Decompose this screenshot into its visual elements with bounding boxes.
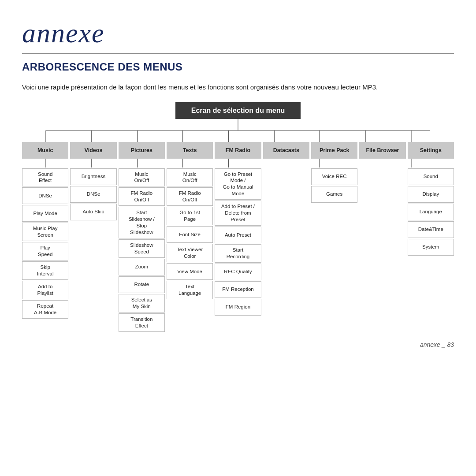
sub-item-music-2: Play Mode xyxy=(22,205,68,222)
sub-col-primepack: Voice RECGames xyxy=(311,168,357,333)
sub-item-primepack-5 xyxy=(311,257,357,273)
sub-item-videos-1: DNSe xyxy=(70,186,116,203)
sub-item-videos-6 xyxy=(70,274,116,291)
sub-item-fmradio-2: Auto Preset xyxy=(215,227,261,243)
level1-cell-pictures: Pictures xyxy=(119,142,165,159)
sub-item-datacasts-1 xyxy=(263,186,309,203)
sub-item-fmradio-5: FM Reception xyxy=(215,281,261,298)
sub-col-videos: BrightnessDNSeAuto Skip xyxy=(70,168,116,333)
sub-item-datacasts-3 xyxy=(263,221,309,238)
sub-item-pictures-3: Slideshow Speed xyxy=(119,239,165,258)
sub-col-settings: SoundDisplayLanguageDate&TimeSystem xyxy=(408,168,454,333)
sub-item-primepack-0: Voice REC xyxy=(311,168,357,185)
description: Voici une rapide présentation de la faço… xyxy=(22,82,454,93)
sub-item-texts-7 xyxy=(167,300,213,317)
sub-item-settings-4: System xyxy=(408,239,454,256)
sub-item-settings-5 xyxy=(408,257,454,273)
sub-col-fmradio: Go to Preset Mode / Go to Manual ModeAdd… xyxy=(215,168,261,333)
sub-item-datacasts-0 xyxy=(263,168,309,185)
sub-item-texts-4: Text Viewer Color xyxy=(167,244,213,262)
sub-item-datacasts-5 xyxy=(263,257,309,273)
root-connector-svg xyxy=(22,119,454,142)
sub-item-fmradio-6: FM Region xyxy=(215,299,261,316)
sub-item-pictures-1: FM Radio On/Off xyxy=(119,187,165,206)
sub-item-filebrowser-7 xyxy=(359,292,405,309)
level1-cell-settings: Settings xyxy=(408,142,454,159)
sub-item-music-5: Skip Interval xyxy=(22,261,68,280)
footer-note: annexe _ 83 xyxy=(22,341,454,348)
sub-item-settings-3: Date&Time xyxy=(408,221,454,238)
sub-item-primepack-2 xyxy=(311,204,357,220)
level1-cell-fmradio: FM Radio xyxy=(215,142,261,159)
menu-tree: Ecran de sélection du menu MusicVideosPi… xyxy=(22,102,454,333)
sub-item-music-4: Play Speed xyxy=(22,242,68,260)
sub-item-filebrowser-0 xyxy=(359,168,405,185)
level1-connector-svg xyxy=(22,159,454,167)
sub-item-videos-4 xyxy=(70,239,116,256)
root-box: Ecran de sélection du menu xyxy=(175,102,301,119)
sub-item-primepack-4 xyxy=(311,239,357,256)
sub-item-primepack-3 xyxy=(311,221,357,238)
sub-item-texts-6: Text Language xyxy=(167,281,213,299)
sub-item-datacasts-4 xyxy=(263,239,309,256)
sub-item-settings-2: Language xyxy=(408,204,454,220)
level1-cell-videos: Videos xyxy=(70,142,116,159)
sub-col-datacasts xyxy=(263,168,309,333)
level1-row: MusicVideosPicturesTextsFM RadioDatacast… xyxy=(22,142,454,159)
sub-item-texts-5: View Mode xyxy=(167,263,213,280)
sub-item-filebrowser-5 xyxy=(359,257,405,273)
sub-item-filebrowser-4 xyxy=(359,239,405,256)
sub-item-fmradio-3: Start Recording xyxy=(215,244,261,263)
sub-item-filebrowser-2 xyxy=(359,204,405,220)
sub-item-texts-2: Go to 1st Page xyxy=(167,207,213,225)
sub-item-primepack-6 xyxy=(311,274,357,291)
sub-item-music-0: Sound Effect xyxy=(22,168,68,187)
sub-item-settings-1: Display xyxy=(408,186,454,203)
level1-cell-texts: Texts xyxy=(167,142,213,159)
sub-item-videos-2: Auto Skip xyxy=(70,204,116,220)
sub-items-row: Sound EffectDNSePlay ModeMusic Play Scre… xyxy=(22,168,454,333)
sub-item-pictures-7: Transition Effect xyxy=(119,313,165,332)
sub-col-texts: Music On/OffFM Radio On/OffGo to 1st Pag… xyxy=(167,168,213,333)
sub-item-primepack-7 xyxy=(311,292,357,309)
sub-item-datacasts-6 xyxy=(263,274,309,291)
sub-item-pictures-0: Music On/Off xyxy=(119,168,165,187)
sub-col-pictures: Music On/OffFM Radio On/OffStart Slidesh… xyxy=(119,168,165,333)
sub-item-pictures-2: Start Slideshow / Stop Slideshow xyxy=(119,207,165,238)
sub-item-music-7: Repeat A-B Mode xyxy=(22,300,68,319)
sub-item-videos-5 xyxy=(70,257,116,273)
sub-item-music-6: Add to Playlist xyxy=(22,281,68,299)
sub-item-primepack-1: Games xyxy=(311,186,357,203)
level1-cell-datacasts: Datacasts xyxy=(263,142,309,159)
sub-item-fmradio-1: Add to Preset / Delete from Preset xyxy=(215,201,261,226)
sub-item-settings-0: Sound xyxy=(408,168,454,185)
level1-cell-primepack: Prime Pack xyxy=(311,142,357,159)
sub-item-settings-7 xyxy=(408,292,454,309)
sub-item-texts-3: Font Size xyxy=(167,226,213,243)
sub-item-datacasts-2 xyxy=(263,204,309,220)
sub-item-videos-7 xyxy=(70,292,116,309)
sub-item-fmradio-0: Go to Preset Mode / Go to Manual Mode xyxy=(215,168,261,200)
sub-col-filebrowser xyxy=(359,168,405,333)
sub-item-filebrowser-1 xyxy=(359,186,405,203)
level1-cell-music: Music xyxy=(22,142,68,159)
section-heading: ARBORESCENCE DES MENUS xyxy=(22,61,454,73)
sub-item-pictures-4: Zoom xyxy=(119,259,165,275)
sub-item-fmradio-4: REC Quality xyxy=(215,264,261,280)
sub-item-settings-6 xyxy=(408,274,454,291)
sub-col-music: Sound EffectDNSePlay ModeMusic Play Scre… xyxy=(22,168,68,333)
sub-item-videos-3 xyxy=(70,221,116,238)
page-title: annexe xyxy=(22,18,454,49)
sub-item-fmradio-7 xyxy=(215,316,261,333)
sub-item-filebrowser-3 xyxy=(359,221,405,238)
sub-item-music-3: Music Play Screen xyxy=(22,223,68,241)
sub-item-videos-0: Brightness xyxy=(70,168,116,185)
sub-item-texts-1: FM Radio On/Off xyxy=(167,187,213,206)
level1-cell-filebrowser: File Browser xyxy=(359,142,405,159)
sub-item-filebrowser-6 xyxy=(359,274,405,291)
sub-item-music-1: DNSe xyxy=(22,187,68,204)
sub-item-texts-0: Music On/Off xyxy=(167,168,213,187)
sub-item-pictures-6: Select as My Skin xyxy=(119,294,165,312)
sub-item-pictures-5: Rotate xyxy=(119,276,165,293)
sub-item-datacasts-7 xyxy=(263,292,309,309)
